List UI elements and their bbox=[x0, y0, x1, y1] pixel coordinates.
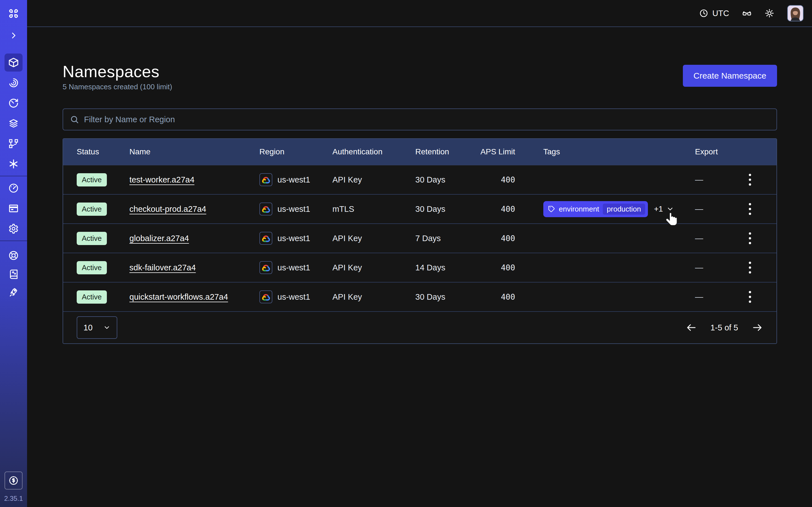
gcp-cloud-icon bbox=[259, 173, 272, 186]
column-header-export: Export bbox=[695, 147, 737, 156]
labs-mode-button[interactable] bbox=[742, 8, 752, 18]
filter-search-box[interactable] bbox=[63, 108, 777, 130]
tags-group: environment production +1 bbox=[543, 201, 674, 217]
browser-card-icon bbox=[8, 203, 19, 214]
sidebar-divider bbox=[0, 176, 27, 176]
timezone-label: UTC bbox=[712, 9, 729, 18]
export-cell: — bbox=[695, 292, 737, 302]
arrow-right-icon bbox=[752, 322, 763, 333]
pagination-range-label: 1-5 of 5 bbox=[711, 323, 738, 332]
aps-limit-cell: 400 bbox=[469, 175, 515, 184]
column-header-status: Status bbox=[77, 147, 130, 156]
topbar: UTC bbox=[27, 0, 812, 27]
sidebar-item-nexus[interactable] bbox=[0, 154, 27, 174]
namespace-name-link[interactable]: globalizer.a27a4 bbox=[130, 234, 189, 243]
gcp-cloud-icon bbox=[259, 261, 272, 274]
gear-icon bbox=[8, 223, 19, 234]
region-label: us-west1 bbox=[277, 175, 310, 184]
namespace-name-link[interactable]: test-worker.a27a4 bbox=[130, 175, 195, 184]
export-cell: — bbox=[695, 263, 737, 272]
table-row: Active globalizer.a27a4 us-west1 API Key… bbox=[63, 223, 776, 252]
branch-graph-icon bbox=[8, 138, 19, 149]
cube-icon bbox=[8, 57, 19, 68]
status-badge: Active bbox=[77, 232, 107, 245]
tag-icon bbox=[548, 205, 555, 213]
user-avatar[interactable] bbox=[787, 5, 804, 21]
aps-limit-cell: 400 bbox=[469, 205, 515, 214]
column-header-authentication: Authentication bbox=[333, 147, 415, 156]
export-cell: — bbox=[695, 175, 737, 184]
authentication-cell: API Key bbox=[333, 175, 415, 184]
sidebar-item-batch-operations[interactable] bbox=[0, 133, 27, 154]
previous-page-button[interactable] bbox=[686, 322, 697, 333]
aps-limit-cell: 400 bbox=[469, 234, 515, 243]
namespace-name-link[interactable]: checkout-prod.a27a4 bbox=[130, 205, 206, 214]
sidebar-item-deployments[interactable] bbox=[0, 113, 27, 133]
region-label: us-west1 bbox=[277, 234, 310, 243]
sidebar-divider bbox=[0, 240, 27, 241]
clock-icon bbox=[699, 9, 708, 18]
region-label: us-west1 bbox=[277, 205, 310, 214]
page-size-select[interactable]: 10 bbox=[77, 316, 117, 339]
tag-key: environment bbox=[559, 205, 599, 214]
gauge-icon bbox=[8, 183, 19, 193]
credits-button[interactable] bbox=[4, 471, 22, 490]
page-title: Namespaces bbox=[63, 62, 172, 81]
filter-input[interactable] bbox=[84, 115, 770, 124]
chevron-down-icon bbox=[103, 324, 110, 331]
page-size-value: 10 bbox=[84, 323, 93, 332]
row-actions-menu-button[interactable] bbox=[746, 288, 754, 305]
status-badge: Active bbox=[77, 290, 107, 304]
retention-cell: 30 Days bbox=[415, 292, 469, 302]
next-page-button[interactable] bbox=[752, 322, 763, 333]
tag-value: production bbox=[603, 204, 645, 215]
retention-cell: 30 Days bbox=[415, 205, 469, 214]
sun-icon bbox=[765, 8, 774, 18]
table-row: Active sdk-failover.a27a4 us-west1 API K… bbox=[63, 252, 776, 282]
sidebar-item-workflows[interactable] bbox=[0, 73, 27, 93]
dollar-badge-icon bbox=[8, 475, 19, 486]
export-cell: — bbox=[695, 205, 737, 214]
tags-expand-button[interactable] bbox=[666, 205, 674, 213]
search-icon bbox=[70, 115, 79, 124]
row-actions-menu-button[interactable] bbox=[746, 259, 754, 276]
namespace-tag-chip[interactable]: environment production bbox=[543, 201, 648, 217]
namespace-name-link[interactable]: quickstart-workflows.a27a4 bbox=[130, 292, 228, 302]
timer-icon bbox=[8, 98, 19, 108]
create-namespace-button[interactable]: Create Namespace bbox=[683, 65, 777, 87]
column-header-name: Name bbox=[130, 147, 259, 156]
table-row: Active checkout-prod.a27a4 us-west1 mTLS… bbox=[63, 194, 776, 223]
sidebar-item-namespaces[interactable] bbox=[0, 52, 27, 73]
sidebar: 2.35.1 bbox=[0, 0, 27, 507]
sidebar-item-settings[interactable] bbox=[0, 219, 27, 239]
sidebar-item-usage[interactable] bbox=[0, 178, 27, 198]
sidebar-item-support[interactable] bbox=[0, 246, 27, 265]
row-actions-menu-button[interactable] bbox=[746, 200, 754, 218]
namespace-name-link[interactable]: sdk-failover.a27a4 bbox=[130, 263, 196, 272]
layers-icon bbox=[8, 118, 19, 129]
sidebar-item-docs[interactable] bbox=[0, 265, 27, 283]
sidebar-item-schedules[interactable] bbox=[0, 93, 27, 113]
table-footer: 10 1-5 of 5 bbox=[63, 311, 776, 343]
region-label: us-west1 bbox=[277, 263, 310, 272]
gcp-cloud-icon bbox=[259, 232, 272, 245]
column-header-tags: Tags bbox=[515, 147, 695, 156]
namespaces-table: Status Name Region Authentication Retent… bbox=[63, 138, 777, 344]
tag-more-count: +1 bbox=[654, 205, 663, 214]
status-badge: Active bbox=[77, 261, 107, 274]
retention-cell: 14 Days bbox=[415, 263, 469, 272]
table-body: Active test-worker.a27a4 us-west1 API Ke… bbox=[63, 165, 776, 311]
row-actions-menu-button[interactable] bbox=[746, 230, 754, 247]
sidebar-item-billing[interactable] bbox=[0, 198, 27, 219]
spiral-icon bbox=[8, 77, 19, 88]
authentication-cell: mTLS bbox=[333, 205, 415, 214]
timezone-selector[interactable]: UTC bbox=[699, 9, 729, 18]
sidebar-item-getting-started[interactable] bbox=[0, 283, 27, 302]
temporal-logo[interactable] bbox=[0, 0, 27, 27]
theme-toggle-button[interactable] bbox=[765, 8, 774, 18]
sidebar-expand-button[interactable] bbox=[0, 27, 27, 44]
retention-cell: 7 Days bbox=[415, 234, 469, 243]
row-actions-menu-button[interactable] bbox=[746, 171, 754, 188]
gcp-cloud-icon bbox=[259, 290, 272, 303]
export-cell: — bbox=[695, 234, 737, 243]
